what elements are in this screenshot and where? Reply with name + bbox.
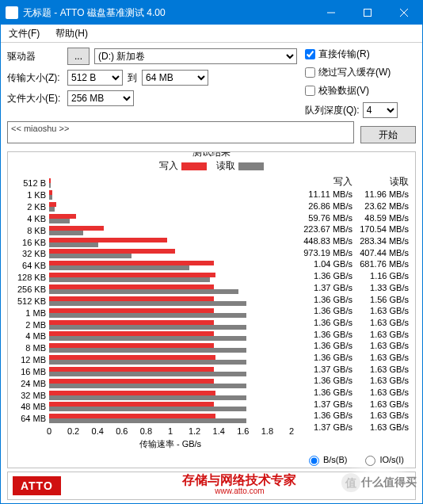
direct-io-checkbox[interactable]: 直接传输(R)	[305, 48, 416, 61]
bar-row: 32 KB	[49, 248, 292, 259]
queue-depth-select[interactable]: 4	[363, 102, 398, 118]
file-size-select[interactable]: 256 MB	[67, 90, 134, 106]
bar-row: 16 MB	[49, 366, 292, 377]
drive-select[interactable]: (D:) 新加卷	[94, 48, 297, 64]
value-row: 1.36 GB/s1.16 GB/s	[296, 270, 409, 282]
label-to: 到	[128, 71, 137, 85]
value-row: 1.04 GB/s681.76 MB/s	[296, 258, 409, 270]
start-button[interactable]: 开始	[360, 126, 416, 143]
unit-bytes-radio[interactable]: B/s(B)	[305, 453, 348, 466]
value-row: 59.76 MB/s48.59 MB/s	[296, 212, 409, 223]
menu-file[interactable]: 文件(F)	[4, 25, 44, 42]
description-field[interactable]: << miaoshu >>	[7, 121, 354, 143]
verify-data-checkbox[interactable]: 校验数据(V)	[305, 84, 416, 97]
value-row: 1.37 GB/s1.33 GB/s	[296, 282, 409, 294]
value-row: 1.37 GB/s1.63 GB/s	[296, 363, 409, 375]
label-queue-depth: 队列深度(Q):	[305, 104, 360, 117]
label-file-size: 文件大小(E):	[7, 92, 63, 105]
value-row: 973.19 MB/s407.44 MB/s	[296, 246, 409, 258]
value-row: 26.86 MB/s23.62 MB/s	[296, 200, 409, 212]
value-row: 1.36 GB/s1.63 GB/s	[296, 387, 409, 399]
value-row: 1.36 GB/s1.63 GB/s	[296, 328, 409, 340]
label-transfer-size: 传输大小(Z):	[7, 71, 63, 85]
bar-row: 128 KB	[49, 272, 292, 283]
value-row: 1.36 GB/s1.63 GB/s	[296, 375, 409, 387]
bar-row: 4 MB	[49, 330, 292, 342]
bar-row: 256 KB	[49, 284, 292, 295]
bar-row: 32 MB	[49, 390, 292, 401]
bar-row: 4 KB	[49, 213, 292, 224]
browse-button[interactable]: ...	[67, 48, 90, 65]
window-title: 无标题 - ATTO 磁盘基准测试 4.00	[23, 6, 313, 20]
bar-row: 2 KB	[49, 201, 292, 212]
menu-help[interactable]: 帮助(H)	[51, 25, 93, 42]
value-row: 1.36 GB/s1.63 GB/s	[296, 317, 409, 329]
bar-row: 16 KB	[49, 237, 292, 248]
footer-slogan: 存储与网络技术专家	[182, 473, 296, 487]
atto-logo: ATTO	[13, 476, 61, 495]
value-row: 1.36 GB/s1.63 GB/s	[296, 340, 409, 352]
value-row: 1.36 GB/s1.56 GB/s	[296, 293, 409, 305]
bar-row: 24 MB	[49, 378, 292, 389]
bypass-cache-checkbox[interactable]: 绕过写入缓存(W)	[305, 66, 416, 79]
value-row: 448.83 MB/s283.34 MB/s	[296, 235, 409, 247]
results-panel: 测试结果 写入 读取 512 B1 KB2 KB4 KB8 KB16 KB32 …	[7, 151, 416, 468]
bar-row: 2 MB	[49, 319, 292, 330]
bar-row: 512 KB	[49, 296, 292, 307]
bar-row: 1 MB	[49, 307, 292, 319]
value-row: 223.67 MB/s170.54 MB/s	[296, 223, 409, 235]
value-row: 1.36 GB/s1.63 GB/s	[296, 352, 409, 364]
bar-row: 64 MB	[49, 413, 292, 424]
value-row: 1.37 GB/s1.63 GB/s	[296, 422, 409, 433]
app-window: 无标题 - ATTO 磁盘基准测试 4.00 文件(F) 帮助(H) 驱动器 .…	[0, 0, 423, 504]
minimize-button[interactable]	[313, 1, 349, 25]
svg-rect-1	[364, 10, 372, 17]
read-swatch	[238, 162, 264, 170]
bar-row: 8 KB	[49, 225, 292, 236]
bar-row: 12 MB	[49, 354, 292, 365]
menubar: 文件(F) 帮助(H)	[1, 25, 422, 43]
value-row: 1.37 GB/s1.63 GB/s	[296, 398, 409, 410]
bar-row: 64 KB	[49, 260, 292, 271]
label-drive: 驱动器	[7, 50, 63, 63]
transfer-to-select[interactable]: 64 MB	[142, 70, 208, 86]
unit-io-radio[interactable]: IO/s(I)	[361, 453, 404, 466]
value-row: 1.36 GB/s1.63 GB/s	[296, 410, 409, 422]
write-swatch	[181, 162, 207, 170]
value-row: 11.11 MB/s11.96 MB/s	[296, 189, 409, 200]
results-legend: 测试结果	[189, 151, 234, 159]
values-table: 写入读取 11.11 MB/s11.96 MB/s26.86 MB/s23.62…	[295, 173, 410, 450]
footer: ATTO 存储与网络技术专家 www.atto.com	[7, 472, 416, 500]
transfer-from-select[interactable]: 512 B	[67, 70, 123, 86]
maximize-button[interactable]	[349, 1, 386, 25]
bar-row: 512 B	[49, 178, 292, 189]
chart-legend: 写入 读取	[13, 159, 410, 173]
bar-row: 1 KB	[49, 189, 292, 200]
value-row: 1.36 GB/s1.63 GB/s	[296, 305, 409, 317]
titlebar[interactable]: 无标题 - ATTO 磁盘基准测试 4.00	[1, 1, 422, 25]
footer-url[interactable]: www.atto.com	[69, 486, 410, 497]
bar-row: 8 MB	[49, 342, 292, 353]
app-icon	[6, 6, 18, 19]
bar-row: 48 MB	[49, 401, 292, 412]
close-button[interactable]	[386, 1, 422, 25]
bar-chart: 512 B1 KB2 KB4 KB8 KB16 KB32 KB64 KB128 …	[13, 173, 295, 450]
